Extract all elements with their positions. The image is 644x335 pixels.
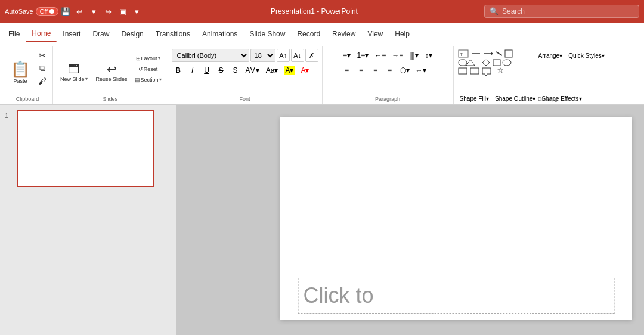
paste-label: Paste — [13, 78, 27, 84]
align-center-button[interactable]: ≡ — [355, 64, 368, 77]
font-color-icon: A▾ — [301, 66, 309, 75]
reset-button[interactable]: ↺ Reset — [132, 65, 164, 73]
bold-button[interactable]: B — [172, 64, 185, 77]
menu-file[interactable]: File — [2, 26, 26, 42]
change-case-button[interactable]: Aa▾ — [264, 64, 281, 77]
decrease-indent-button[interactable]: ←≡ — [372, 49, 388, 62]
format-painter-button[interactable]: 🖌 — [36, 75, 49, 87]
new-slide-icon: 🗔 — [68, 63, 80, 75]
menu-bar: File Home Insert Draw Design Transitions… — [0, 23, 644, 45]
reset-icon: ↺ — [138, 66, 143, 72]
italic-button[interactable]: I — [186, 64, 199, 77]
canvas-area[interactable]: Click to — [176, 105, 644, 335]
section-button[interactable]: ▤ Section ▾ — [132, 76, 164, 84]
present-button[interactable]: ▣ — [116, 4, 130, 18]
paste-button[interactable]: 📋 Paste — [6, 58, 35, 88]
title-placeholder[interactable]: Click to — [298, 278, 615, 314]
clear-formatting-button[interactable]: ✗ — [305, 49, 318, 62]
char-spacing-button[interactable]: AV▾ — [243, 64, 262, 77]
format-painter-icon: 🖌 — [38, 76, 47, 86]
ribbon-group-clipboard: 📋 Paste ✂ ⧉ 🖌 Clipboard — [2, 46, 53, 104]
reuse-slides-button[interactable]: ↩ Reuse Slides — [92, 61, 131, 85]
section-label: Section — [141, 77, 159, 83]
menu-review[interactable]: Review — [326, 26, 361, 42]
font-color-button[interactable]: A▾ — [298, 64, 311, 77]
menu-insert[interactable]: Insert — [57, 26, 86, 42]
text-shadow-button[interactable]: S — [229, 64, 242, 77]
layout-button[interactable]: ⊞ Layout ▾ — [132, 54, 164, 63]
layout-icon: ⊞ — [136, 55, 141, 61]
align-right-button[interactable]: ≡ — [369, 64, 382, 77]
cut-button[interactable]: ✂ — [36, 49, 49, 61]
slide-panel[interactable]: 1 — [0, 105, 176, 335]
layout-label: Layout — [141, 55, 157, 61]
bullets-button[interactable]: ≡▾ — [340, 49, 354, 62]
increase-font-size-button[interactable]: A↑ — [277, 49, 290, 62]
click-to-add-text: Click to — [304, 283, 374, 308]
customize-qat-button[interactable]: ▾ — [130, 4, 144, 18]
smartart-button[interactable]: ↔▾ — [413, 64, 429, 77]
menu-design[interactable]: Design — [115, 26, 149, 42]
menu-slideshow[interactable]: Slide Show — [243, 26, 291, 42]
paragraph-label: Paragraph — [323, 96, 453, 102]
ribbon-group-paragraph: ≡▾ 1≡▾ ←≡ →≡ |||▾ ↕▾ ≡ ≡ ≡ ≡ ⬡▾ ↔▾ Parag… — [323, 46, 454, 104]
undo-dropdown-button[interactable]: ▾ — [87, 4, 101, 18]
reuse-slides-icon: ↩ — [107, 63, 117, 75]
menu-record[interactable]: Record — [291, 26, 326, 42]
autosave-state: Off — [40, 8, 48, 15]
highlight-button[interactable]: A▾ — [281, 64, 297, 77]
ribbon-group-font: Calibri (Body) 18 A↑ A↓ ✗ B I U S S AV▾ … — [168, 46, 323, 104]
svg-marker-13 — [497, 68, 502, 73]
svg-marker-7 — [466, 60, 475, 66]
redo-button[interactable]: ↪ — [101, 4, 116, 18]
decrease-font-size-button[interactable]: A↓ — [291, 49, 304, 62]
undo-button[interactable]: ↩ — [73, 4, 87, 18]
add-columns-button[interactable]: |||▾ — [407, 49, 420, 62]
font-label: Font — [168, 96, 322, 102]
search-box[interactable]: 🔍 — [484, 5, 639, 18]
font-name-select[interactable]: Calibri (Body) — [172, 49, 249, 62]
line-spacing-button[interactable]: ↕▾ — [422, 49, 435, 62]
strikethrough-button[interactable]: S — [215, 64, 228, 77]
increase-indent-button[interactable]: →≡ — [389, 49, 405, 62]
quick-styles-button[interactable]: Quick Styles▾ — [566, 49, 607, 62]
search-icon: 🔍 — [490, 7, 499, 15]
save-button[interactable]: 💾 — [58, 4, 73, 18]
svg-rect-12 — [470, 68, 479, 74]
svg-marker-8 — [482, 60, 490, 66]
new-slide-button[interactable]: 🗔 New Slide ▾ — [57, 61, 91, 85]
reuse-slides-label: Reuse Slides — [96, 76, 128, 82]
section-icon: ▤ — [135, 77, 140, 83]
shapes-panel: T — [457, 49, 535, 91]
menu-home[interactable]: Home — [26, 26, 57, 42]
arrange-button[interactable]: Arrange▾ — [536, 49, 565, 62]
title-bar: AutoSave Off 💾 ↩ ▾ ↪ ▣ ▾ Presentation1 -… — [0, 0, 644, 23]
slide-thumb-container-1: 1 — [5, 110, 171, 187]
reset-label: Reset — [144, 66, 158, 72]
justify-button[interactable]: ≡ — [383, 64, 397, 77]
clipboard-label: Clipboard — [2, 96, 52, 102]
align-left-button[interactable]: ≡ — [340, 64, 354, 77]
paste-icon: 📋 — [11, 61, 30, 77]
menu-help[interactable]: Help — [389, 26, 416, 42]
menu-transitions[interactable]: Transitions — [150, 26, 196, 42]
slide-thumbnail-1[interactable] — [17, 110, 154, 187]
ribbon-group-slides: 🗔 New Slide ▾ ↩ Reuse Slides ⊞ Layout ▾ — [53, 46, 168, 104]
copy-icon: ⧉ — [39, 63, 45, 73]
numbering-button[interactable]: 1≡▾ — [355, 49, 371, 62]
slide-canvas[interactable]: Click to — [280, 117, 632, 320]
document-title: Presentation1 - PowerPoint — [144, 7, 484, 15]
drawing-label: Drawing — [454, 96, 642, 102]
copy-button[interactable]: ⧉ — [36, 62, 49, 75]
autosave-toggle[interactable]: Off — [36, 7, 58, 16]
underline-button[interactable]: U — [200, 64, 213, 77]
menu-view[interactable]: View — [361, 26, 389, 42]
menu-animations[interactable]: Animations — [196, 26, 243, 42]
svg-rect-9 — [493, 60, 500, 66]
menu-draw[interactable]: Draw — [86, 26, 115, 42]
font-size-select[interactable]: 18 — [250, 49, 275, 62]
text-direction-button[interactable]: ⬡▾ — [398, 64, 412, 77]
search-input[interactable] — [502, 7, 621, 15]
svg-rect-6 — [459, 60, 467, 66]
svg-text:T: T — [460, 52, 463, 57]
